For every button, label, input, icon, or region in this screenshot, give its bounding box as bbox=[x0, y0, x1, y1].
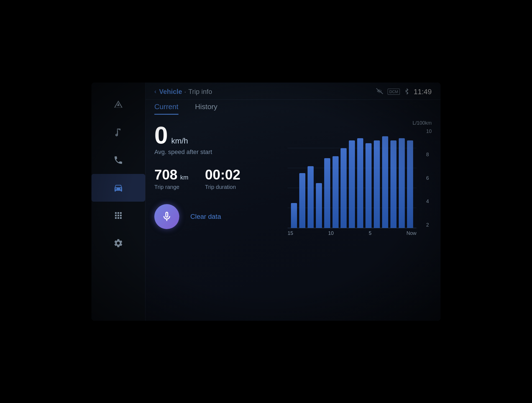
left-panel: 0 km/h Avg. speed after start 708 km Tri… bbox=[154, 120, 282, 315]
range-metric: 708 km Trip range bbox=[154, 167, 188, 190]
chart-bar bbox=[357, 138, 363, 228]
speed-value-row: 0 km/h bbox=[154, 123, 282, 147]
sidebar-item-music[interactable] bbox=[91, 119, 145, 146]
sidebar-item-apps[interactable] bbox=[91, 202, 145, 229]
topbar: ‹ Vehicle · Trip info DCM bbox=[145, 83, 441, 100]
sidebar-item-settings[interactable] bbox=[91, 229, 145, 257]
duration-label: Trip duration bbox=[205, 184, 241, 190]
topbar-left: ‹ Vehicle · Trip info bbox=[154, 88, 212, 96]
speed-section: 0 km/h Avg. speed after start bbox=[154, 123, 282, 156]
duration-metric: 00:02 Trip duration bbox=[205, 167, 241, 190]
navigation-icon bbox=[112, 99, 124, 111]
speed-label: Avg. speed after start bbox=[154, 148, 282, 156]
chart-bar bbox=[349, 140, 355, 228]
speed-unit: km/h bbox=[171, 137, 188, 145]
chart-container: L/100km 10 bbox=[288, 120, 432, 315]
dcm-badge: DCM bbox=[388, 89, 400, 95]
chart-bar bbox=[332, 156, 339, 228]
chart-bar bbox=[341, 148, 347, 228]
apps-icon bbox=[112, 209, 124, 222]
x-tick-15: 15 bbox=[288, 230, 293, 236]
mute-icon bbox=[376, 88, 383, 96]
chart-y-axis-label: L/100km bbox=[413, 120, 432, 126]
breadcrumb-separator: · bbox=[184, 88, 186, 96]
tabs-container: Current History bbox=[145, 102, 441, 115]
voice-button[interactable] bbox=[154, 204, 179, 229]
action-row: Clear data bbox=[154, 204, 282, 229]
chart-bar bbox=[407, 140, 413, 228]
metrics-row: 708 km Trip range 00:02 Trip duration bbox=[154, 167, 282, 190]
vehicle-icon bbox=[112, 182, 124, 194]
topbar-right: DCM 11:49 bbox=[376, 88, 432, 96]
range-unit: km bbox=[180, 174, 188, 181]
settings-icon bbox=[112, 237, 124, 249]
microphone-icon bbox=[161, 211, 173, 222]
x-tick-now: Now bbox=[406, 230, 416, 236]
chart-bar bbox=[291, 203, 297, 228]
y-tick-4: 4 bbox=[426, 199, 432, 204]
y-tick-2: 2 bbox=[426, 222, 432, 228]
chart-bar bbox=[316, 183, 322, 228]
back-button[interactable]: ‹ bbox=[154, 88, 156, 95]
sidebar bbox=[91, 83, 145, 321]
breadcrumb-vehicle[interactable]: Vehicle bbox=[159, 88, 182, 96]
sidebar-item-phone[interactable] bbox=[91, 146, 145, 174]
clear-data-button[interactable]: Clear data bbox=[190, 213, 221, 220]
y-axis-ticks: 10 8 6 4 2 bbox=[426, 129, 432, 228]
x-tick-5: 5 bbox=[369, 230, 372, 236]
content-area: 0 km/h Avg. speed after start 708 km Tri… bbox=[145, 115, 441, 321]
range-value: 708 bbox=[154, 167, 177, 183]
chart-bar bbox=[399, 138, 405, 228]
chart-bar bbox=[365, 143, 372, 228]
x-axis: 15 10 5 Now bbox=[288, 230, 416, 236]
breadcrumb: Vehicle · Trip info bbox=[159, 88, 212, 96]
y-tick-10: 10 bbox=[426, 129, 432, 134]
music-icon bbox=[112, 126, 124, 138]
sidebar-item-navigation[interactable] bbox=[91, 91, 145, 119]
speed-value: 0 bbox=[154, 123, 168, 147]
x-tick-10: 10 bbox=[328, 230, 334, 236]
duration-value-row: 00:02 bbox=[205, 167, 241, 183]
bluetooth-icon bbox=[404, 88, 409, 96]
tab-current[interactable]: Current bbox=[154, 102, 178, 115]
breadcrumb-section: Trip info bbox=[188, 88, 212, 96]
chart-bar bbox=[374, 140, 380, 228]
sidebar-item-vehicle[interactable] bbox=[91, 174, 145, 202]
chart-bar bbox=[390, 140, 397, 228]
duration-value: 00:02 bbox=[205, 167, 241, 183]
phone-icon bbox=[112, 154, 124, 166]
y-tick-6: 6 bbox=[426, 175, 432, 181]
chart-bars bbox=[288, 129, 416, 228]
y-tick-8: 8 bbox=[426, 152, 432, 158]
chart-bar bbox=[299, 173, 305, 228]
tab-history[interactable]: History bbox=[195, 102, 218, 115]
car-infotainment-screen: ‹ Vehicle · Trip info DCM bbox=[91, 83, 441, 321]
range-label: Trip range bbox=[154, 184, 188, 190]
chart-bar bbox=[382, 136, 388, 228]
range-value-row: 708 km bbox=[154, 167, 188, 183]
main-content: ‹ Vehicle · Trip info DCM bbox=[145, 83, 441, 321]
chart-bar bbox=[324, 158, 330, 228]
right-panel: L/100km 10 bbox=[288, 120, 432, 315]
clock-display: 11:49 bbox=[414, 88, 432, 96]
chart-bar bbox=[308, 166, 314, 228]
